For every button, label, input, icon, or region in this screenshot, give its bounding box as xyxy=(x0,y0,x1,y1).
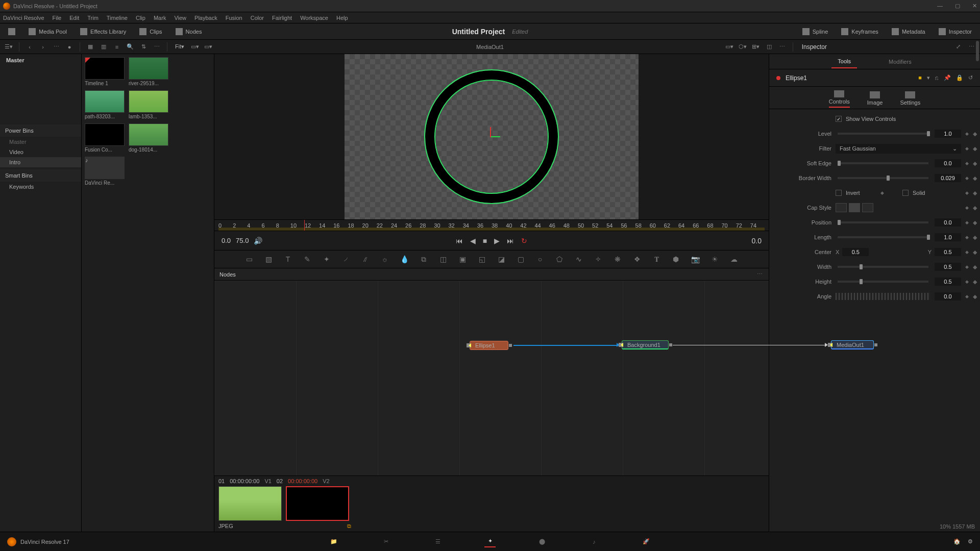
bin-item[interactable]: Intro xyxy=(0,157,81,167)
center-x[interactable]: 0.5 xyxy=(842,248,869,256)
viewer-mode-icon[interactable]: ▭▾ xyxy=(190,42,200,52)
search-icon[interactable]: 🔍 xyxy=(126,42,135,52)
list-view-icon[interactable]: ≡ xyxy=(112,42,121,52)
loop-icon[interactable]: ↻ xyxy=(521,237,527,245)
tracker-tool-icon[interactable]: ✦ xyxy=(322,254,332,264)
playhead[interactable] xyxy=(304,220,305,231)
time-ruler[interactable]: 0246810121416182022242628303234363840424… xyxy=(214,219,769,231)
node-background[interactable]: Background1 xyxy=(622,340,669,349)
page-cut[interactable]: ✂ xyxy=(380,536,391,547)
fit-dropdown[interactable]: Fit▾ xyxy=(173,43,186,50)
viewer-mode-icon-2[interactable]: ▭▾ xyxy=(204,42,213,52)
cap-square[interactable] xyxy=(862,203,873,212)
position-slider[interactable] xyxy=(838,221,928,223)
keyframe-icon[interactable]: ◆ xyxy=(965,161,969,166)
keyframe-icon[interactable]: ◆ xyxy=(965,235,969,240)
step-back-icon[interactable]: ◀ xyxy=(470,237,476,245)
media-item[interactable]: dog-18014... xyxy=(129,123,168,153)
clip-thumb-selected[interactable] xyxy=(286,486,349,521)
clips-button[interactable]: Clips xyxy=(135,27,166,37)
level-slider[interactable] xyxy=(838,133,928,135)
transform-tool-icon[interactable]: ◫ xyxy=(438,254,448,264)
more-icon-3[interactable]: ⋯ xyxy=(778,42,787,52)
border-slider[interactable] xyxy=(838,177,928,179)
spline-button[interactable]: Spline xyxy=(798,27,832,37)
center-gizmo[interactable] xyxy=(484,129,499,144)
keyframe-icon[interactable]: ◆ xyxy=(965,190,969,195)
keyframe-icon[interactable]: ◆ xyxy=(965,279,969,284)
scrollbar[interactable] xyxy=(976,41,979,61)
minimize-icon[interactable]: — xyxy=(937,3,943,9)
tab-modifiers[interactable]: Modifiers xyxy=(883,56,918,68)
center-y[interactable]: 0.5 xyxy=(935,248,961,256)
matte-tool-icon[interactable]: ▣ xyxy=(457,254,468,264)
channel-tool-icon[interactable]: ◪ xyxy=(496,254,506,264)
background-tool-icon[interactable]: ▭ xyxy=(244,254,254,264)
sort-icon[interactable]: ⇅ xyxy=(139,42,148,52)
lock-icon[interactable]: 🔒 xyxy=(956,74,963,81)
cap-round[interactable] xyxy=(849,203,860,212)
page-media[interactable]: 📁 xyxy=(328,536,339,547)
page-fusion[interactable]: ✦ xyxy=(484,536,496,547)
menu-item[interactable]: Fusion xyxy=(226,15,242,21)
polygon-mask-icon[interactable]: ⬠ xyxy=(554,254,565,264)
keyframe-icon[interactable]: ◆ xyxy=(973,131,977,137)
keyframe-icon[interactable]: ◆ xyxy=(973,145,977,152)
menu-item[interactable]: Clip xyxy=(136,15,145,21)
menu-item[interactable]: Workspace xyxy=(300,15,328,21)
level-value[interactable]: 1.0 xyxy=(935,130,961,138)
grid-view-icon[interactable]: ▦ xyxy=(86,42,95,52)
rectangle-mask-icon[interactable]: ▢ xyxy=(516,254,526,264)
page-deliver[interactable]: 🚀 xyxy=(641,536,652,547)
blur-tool-icon[interactable]: 💧 xyxy=(399,254,409,264)
roi-icon[interactable]: ⬡▾ xyxy=(738,42,747,52)
subtab-controls[interactable]: Controls xyxy=(829,90,850,108)
media-item[interactable]: Timeline 1 xyxy=(85,57,125,86)
menu-item[interactable]: DaVinci Resolve xyxy=(3,15,44,21)
settings-icon[interactable]: ⚙ xyxy=(968,538,973,545)
position-value[interactable]: 0.0 xyxy=(935,218,961,227)
effects-library-button[interactable]: Effects Library xyxy=(76,27,130,37)
nodes-menu-icon[interactable]: ⋯ xyxy=(757,271,764,278)
versions-icon[interactable]: ⎌ xyxy=(935,74,939,81)
grid-icon[interactable]: ⊞▾ xyxy=(751,42,761,52)
nodes-button[interactable]: Nodes xyxy=(172,27,206,37)
prender-tool-icon[interactable]: ❋ xyxy=(612,254,623,264)
more-icon[interactable]: ⋯ xyxy=(52,42,61,52)
page-fairlight[interactable]: ♪ xyxy=(589,536,600,547)
keyframe-icon[interactable]: ◆ xyxy=(965,220,969,225)
angle-dial[interactable] xyxy=(836,293,930,300)
length-slider[interactable] xyxy=(838,236,928,238)
chevron-down-icon[interactable]: ▾ xyxy=(927,74,930,81)
height-slider[interactable] xyxy=(838,281,928,283)
keyframe-icon[interactable]: ◆ xyxy=(965,249,969,255)
text3d-tool-icon[interactable]: 𝐓 xyxy=(651,254,662,264)
master-bin[interactable]: Master xyxy=(0,54,81,66)
close-icon[interactable]: ✕ xyxy=(972,3,977,9)
go-start-icon[interactable]: ⏮ xyxy=(456,237,463,245)
keyframe-icon[interactable]: ◆ xyxy=(973,175,977,182)
pin-icon[interactable]: 📌 xyxy=(944,74,951,81)
viewer-opt-icon[interactable]: ▭▾ xyxy=(725,42,734,52)
menu-item[interactable]: Timeline xyxy=(107,15,128,21)
menu-item[interactable]: Fairlight xyxy=(272,15,292,21)
keyframe-icon[interactable]: ◆ xyxy=(973,249,977,256)
split-icon[interactable]: ◫ xyxy=(765,42,774,52)
menu-item[interactable]: File xyxy=(53,15,62,21)
forward-icon[interactable]: › xyxy=(38,42,47,52)
keyframe-icon[interactable]: ◆ xyxy=(880,190,884,195)
home-icon[interactable]: 🏠 xyxy=(953,538,961,545)
subtab-settings[interactable]: Settings xyxy=(900,91,920,108)
invert-check[interactable] xyxy=(836,190,842,196)
library-icon[interactable] xyxy=(4,27,19,37)
height-value[interactable]: 0.5 xyxy=(935,278,961,286)
keyframe-icon[interactable]: ◆ xyxy=(965,205,969,210)
keyframe-icon[interactable]: ◆ xyxy=(973,205,977,211)
toggle-icon[interactable]: ● xyxy=(65,42,74,52)
border-value[interactable]: 0.029 xyxy=(935,174,961,182)
inspector-button[interactable]: Inspector xyxy=(935,27,976,37)
smart-bins-header[interactable]: Smart Bins xyxy=(0,169,81,182)
menu-item[interactable]: Trim xyxy=(87,15,99,21)
softedge-slider[interactable] xyxy=(838,162,928,164)
subtab-image[interactable]: Image xyxy=(867,91,883,108)
